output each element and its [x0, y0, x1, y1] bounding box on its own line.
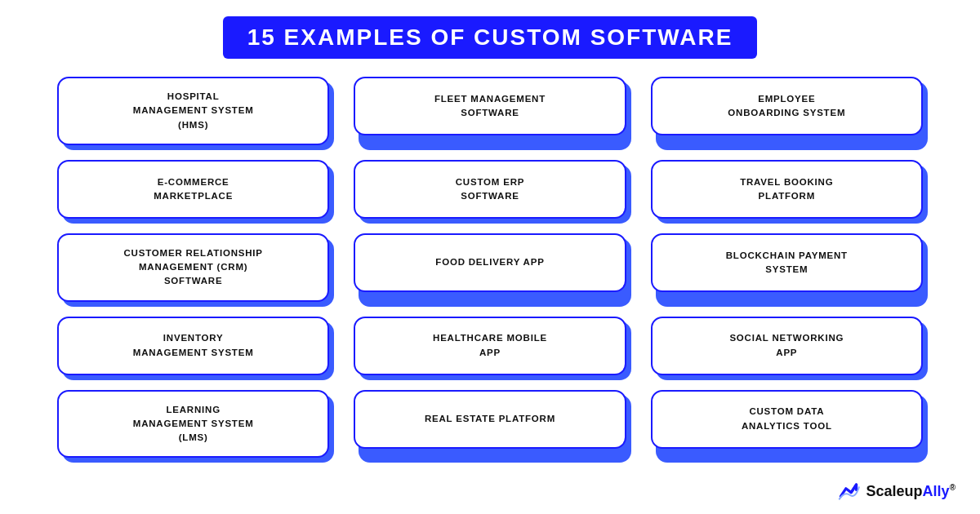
- card-wrapper-healthcare: HEALTHCARE MOBILE APP: [354, 317, 626, 375]
- scaleupally-icon: [835, 478, 862, 504]
- card-social[interactable]: SOCIAL NETWORKING APP: [651, 317, 923, 375]
- card-inventory[interactable]: INVENTORY MANAGEMENT SYSTEM: [57, 317, 329, 375]
- card-crm[interactable]: CUSTOMER RELATIONSHIP MANAGEMENT (CRM) S…: [57, 233, 329, 302]
- card-healthcare[interactable]: HEALTHCARE MOBILE APP: [354, 317, 626, 375]
- card-blockchain[interactable]: BLOCKCHAIN PAYMENT SYSTEM: [651, 233, 923, 292]
- cards-grid: HOSPITAL MANAGEMENT SYSTEM (HMS)FLEET MA…: [57, 77, 923, 458]
- card-wrapper-travel: TRAVEL BOOKING PLATFORM: [651, 160, 923, 219]
- logo-scaleup: Scaleup: [866, 483, 923, 499]
- card-wrapper-lms: LEARNING MANAGEMENT SYSTEM (LMS): [57, 390, 329, 459]
- card-realestate[interactable]: REAL ESTATE PLATFORM: [354, 390, 626, 449]
- card-travel[interactable]: TRAVEL BOOKING PLATFORM: [651, 160, 923, 219]
- card-wrapper-social: SOCIAL NETWORKING APP: [651, 317, 923, 375]
- page-title: 15 EXAMPLES OF CUSTOM SOFTWARE: [223, 16, 758, 59]
- card-wrapper-realestate: REAL ESTATE PLATFORM: [354, 390, 626, 459]
- card-wrapper-erp: CUSTOM ERP SOFTWARE: [354, 160, 626, 219]
- card-wrapper-fleet: FLEET MANAGEMENT SOFTWARE: [354, 77, 626, 145]
- card-wrapper-food: FOOD DELIVERY APP: [354, 233, 626, 302]
- card-analytics[interactable]: CUSTOM DATA ANALYTICS TOOL: [651, 390, 923, 449]
- card-erp[interactable]: CUSTOM ERP SOFTWARE: [354, 160, 626, 219]
- card-hospital[interactable]: HOSPITAL MANAGEMENT SYSTEM (HMS): [57, 77, 329, 145]
- card-wrapper-employee: EMPLOYEE ONBOARDING SYSTEM: [651, 77, 923, 145]
- card-fleet[interactable]: FLEET MANAGEMENT SOFTWARE: [354, 77, 626, 135]
- logo-ally: Ally: [923, 483, 950, 499]
- card-wrapper-crm: CUSTOMER RELATIONSHIP MANAGEMENT (CRM) S…: [57, 233, 329, 302]
- card-wrapper-ecommerce: E-COMMERCE MARKETPLACE: [57, 160, 329, 219]
- logo-area: ScaleupAlly®: [835, 478, 956, 504]
- card-wrapper-blockchain: BLOCKCHAIN PAYMENT SYSTEM: [651, 233, 923, 302]
- card-wrapper-inventory: INVENTORY MANAGEMENT SYSTEM: [57, 317, 329, 375]
- card-wrapper-analytics: CUSTOM DATA ANALYTICS TOOL: [651, 390, 923, 459]
- logo-dot: ®: [950, 483, 956, 492]
- card-wrapper-hospital: HOSPITAL MANAGEMENT SYSTEM (HMS): [57, 77, 329, 145]
- card-lms[interactable]: LEARNING MANAGEMENT SYSTEM (LMS): [57, 390, 329, 459]
- logo-text: ScaleupAlly®: [866, 483, 956, 500]
- card-ecommerce[interactable]: E-COMMERCE MARKETPLACE: [57, 160, 329, 219]
- card-food[interactable]: FOOD DELIVERY APP: [354, 233, 626, 292]
- card-employee[interactable]: EMPLOYEE ONBOARDING SYSTEM: [651, 77, 923, 135]
